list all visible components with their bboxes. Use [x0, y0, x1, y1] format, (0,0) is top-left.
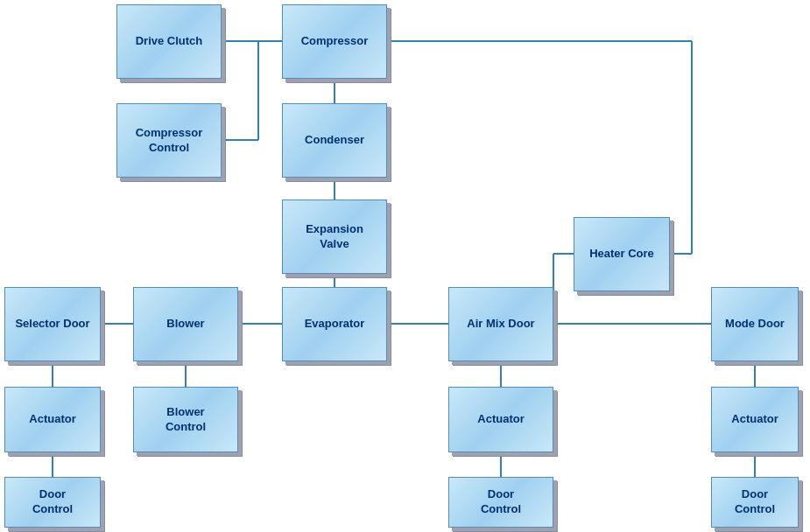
- door-control-2: Door Control: [448, 477, 553, 528]
- compressor-control: Compressor Control: [116, 103, 222, 178]
- expansion-valve: Expansion Valve: [282, 200, 387, 274]
- selector-door: Selector Door: [4, 287, 101, 361]
- blower: Blower: [133, 287, 238, 361]
- blower-control: Blower Control: [133, 387, 238, 452]
- evaporator: Evaporator: [282, 287, 387, 361]
- compressor: Compressor: [282, 4, 387, 79]
- actuator-2: Actuator: [448, 387, 553, 452]
- diagram-container: Drive ClutchCompressor ControlCompressor…: [0, 0, 810, 532]
- heater-core: Heater Core: [574, 217, 670, 291]
- drive-clutch: Drive Clutch: [116, 4, 222, 79]
- actuator-1: Actuator: [4, 387, 101, 452]
- mode-door: Mode Door: [711, 287, 799, 361]
- connections-svg: [0, 0, 810, 532]
- actuator-3: Actuator: [711, 387, 799, 452]
- door-control-1: Door Control: [4, 477, 101, 528]
- air-mix-door: Air Mix Door: [448, 287, 553, 361]
- door-control-3: Door Control: [711, 477, 799, 528]
- condenser: Condenser: [282, 103, 387, 178]
